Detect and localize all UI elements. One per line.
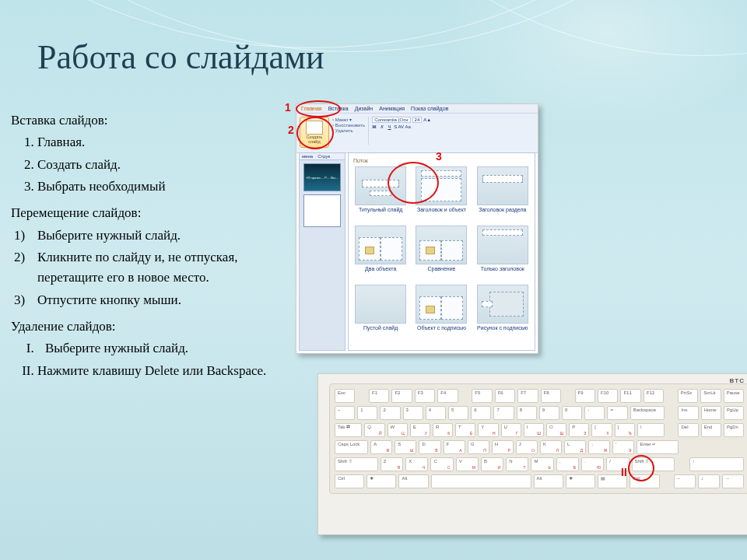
layout-thumb xyxy=(477,226,528,264)
key: [Х xyxy=(591,423,612,437)
move-list: Выберите нужный слайд. Кликните по слайд… xyxy=(11,226,291,310)
key: YН xyxy=(478,423,498,437)
key: 'Э xyxy=(612,440,634,454)
key: 0 xyxy=(562,406,582,420)
key: HР xyxy=(492,440,514,454)
key: ❖ xyxy=(366,474,396,488)
callout-circle-3 xyxy=(388,162,439,204)
delete-list: Выберите нужный слайд. Нажмите клавишу D… xyxy=(11,338,291,381)
list-item: Создать слайд. xyxy=(37,155,291,175)
key: ← xyxy=(674,474,696,488)
layout-option: Два объекта xyxy=(353,226,408,277)
layout-option: Сравнение xyxy=(414,226,468,277)
key: QЙ xyxy=(364,423,384,437)
key: F2 xyxy=(391,389,412,403)
key: 5 xyxy=(448,406,468,420)
key: 7 xyxy=(493,406,514,420)
key: Shift ⇧ xyxy=(335,457,378,471)
key: Alt xyxy=(534,474,563,488)
key: F8 xyxy=(541,389,561,403)
layout-label: Рисунок с подписью xyxy=(477,325,528,336)
key: WЦ xyxy=(388,423,408,437)
key: Del xyxy=(678,423,698,437)
layout-option: Рисунок с подписью xyxy=(475,285,530,336)
callout-number-3: 3 xyxy=(436,151,442,162)
layout-option: Объект с подписью xyxy=(414,285,468,336)
key: CС xyxy=(430,457,453,471)
list-item: Выберите нужный слайд. xyxy=(37,338,291,359)
layout-thumb xyxy=(355,285,406,324)
layout-label: Объект с подписью xyxy=(417,325,466,336)
key: F4 xyxy=(437,389,458,403)
ppt-screenshot: Главная Вставка Дизайн Анимация Показ сл… xyxy=(296,103,538,354)
key: ;Ж xyxy=(588,440,610,454)
key: \ xyxy=(637,423,665,437)
key: KЛ xyxy=(540,440,562,454)
slide-thumbnail: «П презен… Р… Вы… xyxy=(303,163,341,191)
instructions-column: Вставка слайдов: Главная. Создать слайд.… xyxy=(11,109,291,387)
key: F5 xyxy=(472,389,492,403)
layout-label: Пустой слайд xyxy=(363,325,398,336)
key: ↓ xyxy=(698,474,720,488)
key: AФ xyxy=(370,440,392,454)
key: .Ю xyxy=(581,457,604,471)
thumb-tab: Струк xyxy=(315,153,332,159)
layout-label: Титульный слайд xyxy=(359,207,402,218)
layout-option: Пустой слайд xyxy=(353,285,408,336)
key: EУ xyxy=(410,423,430,437)
layout-thumb xyxy=(477,285,528,324)
layout-thumb xyxy=(416,285,467,324)
key: PrtSc xyxy=(678,389,698,403)
tab-show: Показ слайдов xyxy=(411,106,448,111)
list-item: Отпустите кнопку мыши. xyxy=(11,290,291,310)
key: F1 xyxy=(369,389,389,403)
key: SЫ xyxy=(395,440,416,454)
key: Backspace xyxy=(630,406,665,420)
key: FА xyxy=(444,440,465,454)
callout-circle-delete xyxy=(628,455,654,481)
key: 8 xyxy=(517,406,537,420)
key: ~ xyxy=(335,406,355,420)
key: LД xyxy=(564,440,586,454)
key: ScrLk xyxy=(700,389,721,403)
key: TЕ xyxy=(455,423,475,437)
layout-label: Заголовок раздела xyxy=(479,207,526,218)
move-heading: Перемещение слайдов: xyxy=(11,203,291,223)
mini-delete: Удалить xyxy=(332,128,365,133)
key: JО xyxy=(516,440,538,454)
layout-label: Заголовок и объект xyxy=(417,207,466,218)
key: PgUp xyxy=(724,406,744,420)
layout-label: Только заголовок xyxy=(481,266,524,277)
key: IШ xyxy=(524,423,544,437)
layout-option: Заголовок раздела xyxy=(475,166,530,218)
key: F11 xyxy=(620,389,640,403)
key: End xyxy=(701,423,721,437)
key: Ctrl xyxy=(335,474,364,488)
key: - xyxy=(584,406,605,420)
layout-thumb xyxy=(477,166,528,205)
key: XЧ xyxy=(405,457,428,471)
key: PЗ xyxy=(569,423,589,437)
key: PgDn xyxy=(724,423,744,437)
thumb-tab: мена xyxy=(300,153,315,159)
key: MЬ xyxy=(531,457,553,471)
key: 3 xyxy=(403,406,423,420)
key: 4 xyxy=(426,406,446,420)
font-size: 24 xyxy=(412,117,423,123)
key: 1 xyxy=(357,406,377,420)
layout-thumb xyxy=(416,226,467,264)
insert-list: Главная. Создать слайд. Выбрать необходи… xyxy=(11,132,291,197)
list-item: Выберите нужный слайд. xyxy=(11,226,291,246)
insert-heading: Вставка слайдов: xyxy=(11,110,291,131)
key: F6 xyxy=(495,389,515,403)
key: Tab ⇄ xyxy=(335,423,362,437)
key: NТ xyxy=(506,457,528,471)
mini-reset: Восстановить xyxy=(332,123,365,128)
key: 2 xyxy=(380,406,400,420)
key: OЩ xyxy=(546,423,566,437)
key: → xyxy=(722,474,744,488)
delete-heading: Удаление слайдов: xyxy=(11,317,291,337)
mini-layout: Макет ▾ xyxy=(332,117,365,122)
key: Enter ↵ xyxy=(637,440,678,454)
keyboard-brand: BTC xyxy=(730,377,745,384)
